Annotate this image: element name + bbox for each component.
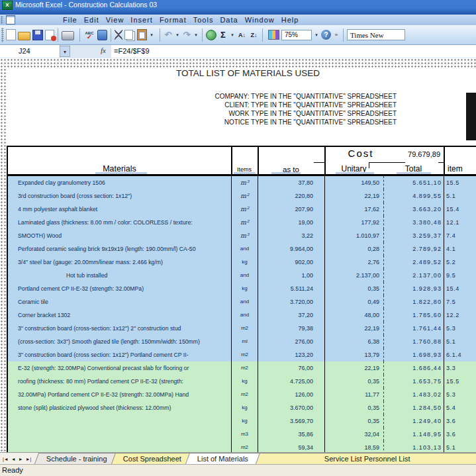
help-icon[interactable]: ? xyxy=(321,30,331,40)
material-cell[interactable] xyxy=(8,414,231,428)
qty-cell[interactable]: 79,38 xyxy=(258,322,324,335)
total-cost-cell[interactable]: 1.483,02 xyxy=(383,388,444,401)
unitary-cost-cell[interactable]: 22,19 xyxy=(324,322,383,335)
unit-cell[interactable]: kg xyxy=(231,256,258,269)
material-cell[interactable] xyxy=(8,441,231,452)
material-cell[interactable]: roofing (thickness: 80 mm) Portland ceme… xyxy=(8,375,231,388)
sort-asc-icon[interactable]: A↓ xyxy=(237,32,247,38)
total-cost-cell[interactable]: 1.284,50 xyxy=(383,401,444,414)
cell-name-box[interactable]: J24 xyxy=(0,45,60,58)
dropdown-arrow[interactable]: ▾ xyxy=(149,32,154,38)
save-icon[interactable] xyxy=(32,30,43,40)
qty-cell[interactable]: 3,22 xyxy=(258,229,324,242)
material-cell[interactable]: 3/4" steel bar (gauge: 20.00mm/linear ma… xyxy=(8,256,231,269)
unitary-cost-cell[interactable]: 22,19 xyxy=(324,189,383,203)
material-cell[interactable]: Hot tub installed xyxy=(8,269,231,282)
redo-icon[interactable]: ↷ xyxy=(182,30,191,40)
item-ref-cell[interactable]: 3.6 xyxy=(444,414,476,428)
item-ref-cell[interactable]: 12.2 xyxy=(444,309,476,322)
qty-cell[interactable]: 3.720,00 xyxy=(258,295,324,309)
spelling-icon[interactable]: ABC xyxy=(83,31,95,39)
total-cost-cell[interactable]: 1.686,44 xyxy=(383,361,444,375)
sort-desc-icon[interactable]: Z↓ xyxy=(249,32,259,38)
material-cell[interactable]: stone (split) plasticized plywood sheet … xyxy=(8,401,231,414)
unit-cell[interactable]: m³ xyxy=(231,176,258,189)
unit-cell[interactable]: m3 xyxy=(231,428,258,441)
unit-cell[interactable]: kg xyxy=(231,401,258,414)
sheet-tab-cost-spreadsheet[interactable]: Cost Spreadsheet xyxy=(111,453,193,464)
total-cost-cell[interactable]: 1.760,88 xyxy=(383,335,444,348)
name-box-dropdown-icon[interactable]: ▾ xyxy=(60,46,70,57)
dropdown-arrow[interactable]: ▾ xyxy=(314,32,319,38)
item-ref-cell[interactable]: 5.2 xyxy=(444,256,476,269)
unitary-cost-cell[interactable]: 0,35 xyxy=(324,375,383,388)
open-icon[interactable] xyxy=(18,32,30,40)
sum-icon[interactable]: Σ xyxy=(218,30,228,40)
total-cost-cell[interactable]: 4.899,55 xyxy=(383,189,444,203)
unit-cell[interactable]: kg xyxy=(231,375,258,388)
qty-cell[interactable]: 276,00 xyxy=(258,335,324,348)
zoom-select[interactable]: 75% xyxy=(281,30,312,40)
total-cost-cell[interactable]: 1.148,95 xyxy=(383,428,444,441)
cut-icon[interactable] xyxy=(115,30,122,40)
unitary-cost-cell[interactable]: 32,04 xyxy=(324,428,383,441)
material-cell[interactable]: Laminated glass (thickness: 8.00 mm / co… xyxy=(8,216,231,229)
item-ref-cell[interactable]: 5.1 xyxy=(444,189,476,203)
qty-cell[interactable]: 9.964,00 xyxy=(258,242,324,256)
total-cost-cell[interactable]: 2.137,00 xyxy=(383,269,444,282)
unitary-cost-cell[interactable]: 0,28 xyxy=(324,242,383,256)
unit-cell[interactable]: m2 xyxy=(231,388,258,401)
qty-cell[interactable]: 3.569,70 xyxy=(258,414,324,428)
qty-cell[interactable]: 19,00 xyxy=(258,216,324,229)
unitary-cost-cell[interactable]: 0,35 xyxy=(324,282,383,295)
material-cell[interactable]: 3" construction board (cross-section: 1x… xyxy=(8,322,231,335)
material-cell[interactable]: Ceramic tile xyxy=(8,295,231,309)
unitary-cost-cell[interactable]: 18,59 xyxy=(324,441,383,452)
hyperlink-icon[interactable] xyxy=(206,30,216,40)
unitary-cost-cell[interactable]: 0,49 xyxy=(324,295,383,309)
unit-cell[interactable]: m2 xyxy=(231,348,258,361)
material-cell[interactable]: 4 mm polyester asphalt blanket xyxy=(8,203,231,216)
unitary-cost-cell[interactable]: 11,77 xyxy=(324,388,383,401)
total-cost-cell[interactable]: 1.249,40 xyxy=(383,414,444,428)
qty-cell[interactable]: 207,90 xyxy=(258,203,324,216)
unit-cell[interactable]: m³ xyxy=(231,229,258,242)
material-cell[interactable]: E-32 (strength: 32.00MPa) Conventional p… xyxy=(8,361,231,375)
item-ref-cell[interactable]: 15.4 xyxy=(444,203,476,216)
header-grand-total[interactable]: 79.679,89 xyxy=(375,150,440,158)
permission-icon[interactable] xyxy=(45,30,54,40)
menu-view[interactable]: View xyxy=(106,16,124,24)
qty-cell[interactable]: 4.725,00 xyxy=(258,375,324,388)
material-cell[interactable]: 3rd construction board (cross section: 1… xyxy=(8,189,231,203)
info-line-company[interactable]: COMPANY: TYPE IN THE "QUANTITATIVE" SPRE… xyxy=(214,93,397,101)
item-ref-cell[interactable]: 5.1 xyxy=(444,441,476,452)
new-icon[interactable] xyxy=(6,29,16,40)
material-cell[interactable]: 32.00MPa) Portland cement CP II-E-32 (st… xyxy=(8,388,231,401)
total-cost-cell[interactable]: 1.103,13 xyxy=(383,441,444,452)
unitary-cost-cell[interactable]: 149,50 xyxy=(324,176,383,189)
sheet-tab-service-list-personnel-list[interactable]: Service List Personnel List xyxy=(252,453,476,464)
total-cost-cell[interactable]: 2.789,92 xyxy=(383,242,444,256)
unitary-cost-cell[interactable]: 0,35 xyxy=(324,414,383,428)
unit-cell[interactable]: and xyxy=(231,309,258,322)
item-ref-cell[interactable]: 15.5 xyxy=(444,375,476,388)
sheet-nav-last-icon[interactable]: ►| xyxy=(26,456,32,463)
unit-cell[interactable]: and xyxy=(231,269,258,282)
qty-cell[interactable]: 5.511,24 xyxy=(258,282,324,295)
unitary-cost-cell[interactable]: 17,62 xyxy=(324,203,383,216)
unitary-cost-cell[interactable]: 2.137,00 xyxy=(324,269,383,282)
unit-cell[interactable]: m2 xyxy=(231,322,258,335)
material-cell[interactable]: Corner bracket 1302 xyxy=(8,309,231,322)
item-ref-cell[interactable]: 6.1.4 xyxy=(444,348,476,361)
unitary-cost-cell[interactable]: 48,00 xyxy=(324,309,383,322)
unit-cell[interactable]: ml xyxy=(231,335,258,348)
header-item[interactable]: item xyxy=(444,164,476,173)
info-line-notice[interactable]: NOTICE TYPE IN THE "QUANTITATIVE" SPREAD… xyxy=(214,119,397,127)
unit-cell[interactable]: and xyxy=(231,295,258,309)
total-cost-cell[interactable]: 1.785,60 xyxy=(383,309,444,322)
total-cost-cell[interactable]: 2.489,52 xyxy=(383,256,444,269)
item-ref-cell[interactable]: 5.3 xyxy=(444,388,476,401)
item-ref-cell[interactable]: 5.4 xyxy=(444,401,476,414)
menu-file[interactable]: File xyxy=(63,16,77,24)
item-ref-cell[interactable]: 4.1 xyxy=(444,242,476,256)
